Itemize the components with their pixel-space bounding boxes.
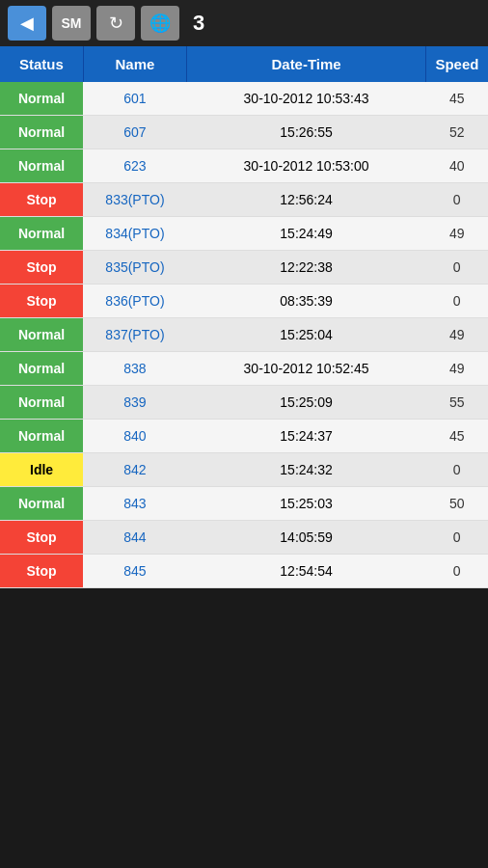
datetime-cell: 12:22:38 <box>187 251 426 285</box>
speed-cell: 0 <box>425 183 488 217</box>
toolbar: ◀ SM ↻ 🌐 3 <box>0 0 488 46</box>
toolbar-count: 3 <box>193 11 204 36</box>
speed-cell: 0 <box>425 555 488 588</box>
status-cell: Idle <box>0 453 83 487</box>
name-cell[interactable]: 601 <box>83 82 187 116</box>
header-speed: Speed <box>425 46 488 82</box>
speed-cell: 0 <box>425 285 488 318</box>
speed-cell: 45 <box>425 420 488 453</box>
name-cell[interactable]: 837(PTO) <box>83 318 187 352</box>
table-header-row: Status Name Date-Time Speed <box>0 46 488 82</box>
status-cell: Stop <box>0 521 83 555</box>
status-cell: Stop <box>0 285 83 318</box>
table-row[interactable]: Idle 842 15:24:32 0 <box>0 453 488 487</box>
table-row[interactable]: Normal 601 30-10-2012 10:53:43 45 <box>0 82 488 116</box>
table-row[interactable]: Normal 837(PTO) 15:25:04 49 <box>0 318 488 352</box>
datetime-cell: 08:35:39 <box>187 285 426 318</box>
table-row[interactable]: Normal 839 15:25:09 55 <box>0 386 488 420</box>
status-cell: Normal <box>0 82 83 116</box>
table-row[interactable]: Stop 844 14:05:59 0 <box>0 521 488 555</box>
speed-cell: 40 <box>425 149 488 183</box>
speed-cell: 49 <box>425 318 488 352</box>
header-name: Name <box>83 46 187 82</box>
datetime-cell: 15:24:32 <box>187 453 426 487</box>
back-button[interactable]: ◀ <box>8 6 46 41</box>
data-table-container: Status Name Date-Time Speed Normal 601 3… <box>0 46 488 588</box>
table-row[interactable]: Stop 833(PTO) 12:56:24 0 <box>0 183 488 217</box>
speed-cell: 50 <box>425 487 488 521</box>
speed-cell: 49 <box>425 217 488 251</box>
name-cell[interactable]: 607 <box>83 116 187 149</box>
table-row[interactable]: Stop 845 12:54:54 0 <box>0 555 488 588</box>
name-cell[interactable]: 834(PTO) <box>83 217 187 251</box>
status-cell: Stop <box>0 183 83 217</box>
status-cell: Normal <box>0 352 83 386</box>
datetime-cell: 12:56:24 <box>187 183 426 217</box>
header-datetime: Date-Time <box>187 46 426 82</box>
datetime-cell: 15:24:49 <box>187 217 426 251</box>
status-cell: Normal <box>0 420 83 453</box>
status-cell: Normal <box>0 217 83 251</box>
datetime-cell: 15:25:04 <box>187 318 426 352</box>
name-cell[interactable]: 840 <box>83 420 187 453</box>
name-cell[interactable]: 833(PTO) <box>83 183 187 217</box>
header-status: Status <box>0 46 83 82</box>
table-row[interactable]: Normal 607 15:26:55 52 <box>0 116 488 149</box>
status-cell: Normal <box>0 116 83 149</box>
datetime-cell: 15:25:09 <box>187 386 426 420</box>
name-cell[interactable]: 843 <box>83 487 187 521</box>
table-row[interactable]: Normal 834(PTO) 15:24:49 49 <box>0 217 488 251</box>
globe-button[interactable]: 🌐 <box>141 6 179 41</box>
speed-cell: 45 <box>425 82 488 116</box>
speed-cell: 55 <box>425 386 488 420</box>
status-cell: Normal <box>0 386 83 420</box>
refresh-button[interactable]: ↻ <box>96 6 135 41</box>
datetime-cell: 30-10-2012 10:53:00 <box>187 149 426 183</box>
table-row[interactable]: Normal 843 15:25:03 50 <box>0 487 488 521</box>
status-cell: Stop <box>0 555 83 588</box>
name-cell[interactable]: 845 <box>83 555 187 588</box>
status-cell: Normal <box>0 149 83 183</box>
speed-cell: 0 <box>425 251 488 285</box>
table-row[interactable]: Normal 623 30-10-2012 10:53:00 40 <box>0 149 488 183</box>
speed-cell: 52 <box>425 116 488 149</box>
status-cell: Normal <box>0 487 83 521</box>
name-cell[interactable]: 844 <box>83 521 187 555</box>
name-cell[interactable]: 842 <box>83 453 187 487</box>
status-cell: Normal <box>0 318 83 352</box>
table-row[interactable]: Normal 840 15:24:37 45 <box>0 420 488 453</box>
datetime-cell: 30-10-2012 10:52:45 <box>187 352 426 386</box>
speed-cell: 49 <box>425 352 488 386</box>
datetime-cell: 12:54:54 <box>187 555 426 588</box>
speed-cell: 0 <box>425 453 488 487</box>
status-cell: Stop <box>0 251 83 285</box>
datetime-cell: 15:26:55 <box>187 116 426 149</box>
name-cell[interactable]: 838 <box>83 352 187 386</box>
datetime-cell: 14:05:59 <box>187 521 426 555</box>
table-row[interactable]: Stop 836(PTO) 08:35:39 0 <box>0 285 488 318</box>
datetime-cell: 15:25:03 <box>187 487 426 521</box>
name-cell[interactable]: 835(PTO) <box>83 251 187 285</box>
name-cell[interactable]: 623 <box>83 149 187 183</box>
datetime-cell: 30-10-2012 10:53:43 <box>187 82 426 116</box>
table-body: Normal 601 30-10-2012 10:53:43 45 Normal… <box>0 82 488 588</box>
name-cell[interactable]: 836(PTO) <box>83 285 187 318</box>
table-row[interactable]: Normal 838 30-10-2012 10:52:45 49 <box>0 352 488 386</box>
table-row[interactable]: Stop 835(PTO) 12:22:38 0 <box>0 251 488 285</box>
datetime-cell: 15:24:37 <box>187 420 426 453</box>
speed-cell: 0 <box>425 521 488 555</box>
sm-button[interactable]: SM <box>52 6 91 41</box>
name-cell[interactable]: 839 <box>83 386 187 420</box>
vehicles-table: Status Name Date-Time Speed Normal 601 3… <box>0 46 488 588</box>
